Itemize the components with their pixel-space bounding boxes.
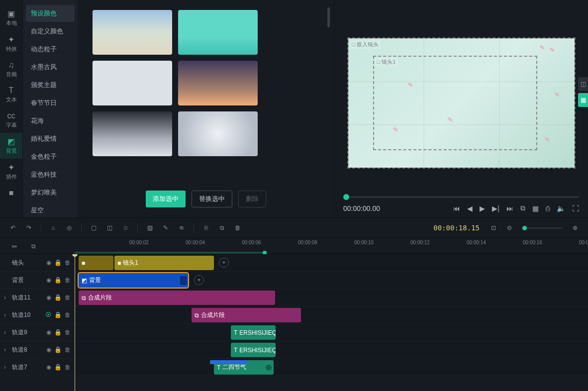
target-icon[interactable]: ◎ xyxy=(62,221,76,235)
expand-icon[interactable]: › xyxy=(4,294,9,301)
volume-icon[interactable]: 🔈 xyxy=(557,204,565,212)
marker-icon[interactable]: ⌂ xyxy=(46,221,60,235)
scrollbar[interactable] xyxy=(327,7,330,27)
visibility-icon[interactable]: ◉ xyxy=(46,364,51,371)
category-item[interactable]: 自定义颜色 xyxy=(26,23,75,40)
vnav-item-more[interactable]: ■ xyxy=(0,185,22,202)
clip[interactable]: ■ xyxy=(79,256,113,270)
track-lane[interactable]: ⧉合成片段 xyxy=(75,306,588,323)
safe-area-toggle[interactable]: ◫ xyxy=(578,77,588,91)
category-item[interactable]: 蓝色科技 xyxy=(26,166,75,183)
delete-button[interactable]: 删除 xyxy=(238,191,266,207)
crop-toggle[interactable]: ▦ xyxy=(578,93,588,107)
add-selected-button[interactable]: 添加选中 xyxy=(146,191,186,207)
delete-icon[interactable]: 🗑 xyxy=(231,221,245,235)
lock-icon[interactable]: ⎘ xyxy=(199,221,213,235)
category-item[interactable]: 春节节日 xyxy=(26,95,75,111)
category-item[interactable]: 星空 xyxy=(26,202,75,217)
vnav-item-背景[interactable]: ◩背景 xyxy=(0,133,22,159)
zoom-out-icon[interactable]: ⊖ xyxy=(502,221,516,235)
fit-icon[interactable]: ⊡ xyxy=(487,221,500,235)
zoom-in-icon[interactable]: ⊕ xyxy=(568,221,582,235)
preview-canvas[interactable]: □ 嵌入镜头 □ 镜头1 xyxy=(348,38,575,168)
track-lane[interactable]: ⧉合成片段 xyxy=(75,289,588,306)
visibility-icon[interactable]: ◉ xyxy=(46,329,51,336)
undo-icon[interactable]: ↶ xyxy=(6,221,20,235)
delete-track-icon[interactable]: 🗑 xyxy=(65,259,71,266)
timeline-ruler[interactable]: 00:00:0200:00:0400:00:0600:00:0800:00:10… xyxy=(75,238,588,254)
visibility-icon[interactable]: ◉ xyxy=(46,346,51,353)
vnav-item-本地[interactable]: ▣本地 xyxy=(0,5,22,31)
preset-color-thumb[interactable] xyxy=(93,10,172,55)
copy-icon[interactable]: ⧉ xyxy=(215,221,229,235)
layers-icon[interactable]: ≋ xyxy=(175,221,189,235)
expand-icon[interactable]: › xyxy=(4,329,9,336)
category-item[interactable]: 预设颜色 xyxy=(26,5,75,22)
expand-icon[interactable]: › xyxy=(4,311,9,318)
visibility-icon[interactable]: ⦿ xyxy=(45,311,51,318)
category-item[interactable]: 动态粒子 xyxy=(26,41,75,58)
category-item[interactable]: 水墨古风 xyxy=(26,59,75,76)
split-icon[interactable]: ⎅ xyxy=(118,221,132,235)
lock-track-icon[interactable]: 🔒 xyxy=(54,311,62,318)
add-clip-button[interactable]: + xyxy=(219,258,229,268)
clip[interactable]: TERSHISIJIEQI xyxy=(231,325,276,340)
track-lane[interactable]: TERSHISIJIEQI xyxy=(75,324,588,341)
track-lane[interactable]: ■■镜头1+ xyxy=(75,254,588,271)
lock-track-icon[interactable]: 🔒 xyxy=(54,364,62,371)
vnav-item-音频[interactable]: ♫音频 xyxy=(0,57,22,82)
redo-icon[interactable]: ↷ xyxy=(22,221,36,235)
vnav-item-文本[interactable]: T文本 xyxy=(0,82,22,107)
fullscreen-icon[interactable]: ⛶ xyxy=(572,204,579,212)
play-icon[interactable]: ▶ xyxy=(480,204,485,212)
preset-color-thumb[interactable] xyxy=(178,10,258,55)
preset-color-thumb[interactable] xyxy=(178,111,258,156)
lock-track-icon[interactable]: 🔒 xyxy=(54,294,62,301)
category-item[interactable]: 梦幻唯美 xyxy=(26,184,75,201)
clip[interactable] xyxy=(210,360,247,364)
category-item[interactable]: 婚礼爱情 xyxy=(26,130,75,147)
expand-icon[interactable]: › xyxy=(4,346,9,353)
delete-track-icon[interactable]: 🗑 xyxy=(65,329,71,336)
visibility-icon[interactable]: ◉ xyxy=(46,259,51,266)
crop-tool-icon[interactable]: ◫ xyxy=(102,221,116,235)
replace-selected-button[interactable]: 替换选中 xyxy=(192,191,232,207)
clip[interactable]: ⧉合成片段 xyxy=(192,308,301,322)
record-icon[interactable]: ▢ xyxy=(87,221,100,235)
clip[interactable]: ■镜头1 xyxy=(114,256,214,270)
add-clip-button[interactable]: + xyxy=(194,275,204,285)
delete-track-icon[interactable]: 🗑 xyxy=(65,277,71,284)
visibility-icon[interactable]: ◉ xyxy=(46,277,51,284)
clip[interactable]: ⧉合成片段 xyxy=(79,291,275,305)
prev-frame-icon[interactable]: ◀ xyxy=(467,204,473,212)
delete-track-icon[interactable]: 🗑 xyxy=(65,364,71,371)
vnav-item-字幕[interactable]: cc字幕 xyxy=(0,107,22,133)
expand-icon[interactable]: › xyxy=(4,364,9,371)
lock-track-icon[interactable]: 🔒 xyxy=(54,277,62,284)
zoom-slider[interactable] xyxy=(522,227,562,229)
ratio-icon[interactable]: ⧉ xyxy=(520,204,525,212)
snapshot-icon[interactable]: ⎙ xyxy=(546,204,550,212)
category-item[interactable]: 颁奖主题 xyxy=(26,77,75,94)
category-item[interactable]: 金色粒子 xyxy=(26,148,75,165)
go-end-icon[interactable]: ⏭ xyxy=(506,204,513,212)
lock-track-icon[interactable]: 🔒 xyxy=(54,259,62,266)
clip[interactable]: TERSHISIJIEQI xyxy=(231,343,276,357)
next-frame-icon[interactable]: ▶| xyxy=(492,204,499,212)
delete-track-icon[interactable]: 🗑 xyxy=(65,311,71,318)
vnav-item-特效[interactable]: ✦特效 xyxy=(0,31,22,57)
preset-color-thumb[interactable] xyxy=(178,61,258,105)
track-group-icon[interactable]: ⧉ xyxy=(26,239,40,253)
grid-icon[interactable]: ▦ xyxy=(532,204,539,212)
edit-icon[interactable]: ✎ xyxy=(159,221,173,235)
track-lane[interactable]: TERSHISIJIEQI xyxy=(75,341,588,358)
track-lane[interactable]: T二四节气 xyxy=(75,359,588,376)
go-start-icon[interactable]: ⏮ xyxy=(453,204,460,212)
vnav-item-插件[interactable]: ✦插件 xyxy=(0,159,22,185)
delete-track-icon[interactable]: 🗑 xyxy=(65,294,71,301)
lock-track-icon[interactable]: 🔒 xyxy=(54,346,62,353)
visibility-icon[interactable]: ◉ xyxy=(46,294,51,301)
track-lane[interactable]: ◩背景+ xyxy=(75,272,588,289)
category-item[interactable]: 花海 xyxy=(26,112,75,129)
preset-color-thumb[interactable] xyxy=(93,61,172,105)
